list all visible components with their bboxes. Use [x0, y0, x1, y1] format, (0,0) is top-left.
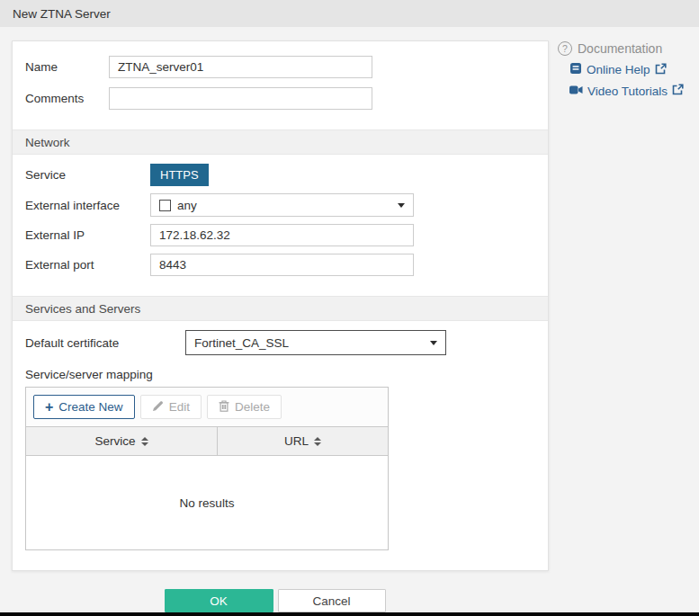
column-header-url[interactable]: URL: [218, 427, 388, 455]
external-ip-input[interactable]: [150, 224, 414, 246]
mapping-table-empty-state: No results: [26, 456, 388, 549]
footer-actions: OK Cancel: [0, 589, 550, 612]
edit-label: Edit: [169, 400, 190, 414]
comments-row: Comments: [13, 87, 548, 110]
form-panel: Name Comments Network Service HTTPS Exte…: [12, 40, 549, 571]
video-tutorials-label: Video Tutorials: [587, 85, 668, 98]
external-ip-label: External IP: [25, 228, 150, 242]
pencil-icon: [152, 400, 164, 415]
mapping-table-toolbar: + Create New Edit Delete: [26, 388, 388, 426]
service-column-label: Service: [94, 434, 135, 448]
new-ztna-server-page: New ZTNA Server Name Comments Network Se…: [0, 0, 699, 616]
comments-input[interactable]: [109, 87, 372, 110]
default-certificate-value: Fortinet_CA_SSL: [194, 336, 289, 350]
name-row: Name: [13, 56, 548, 78]
external-port-label: External port: [25, 258, 150, 272]
cancel-button[interactable]: Cancel: [278, 589, 386, 612]
external-ip-row: External IP: [13, 224, 548, 246]
trash-icon: [219, 400, 229, 415]
external-port-row: External port: [13, 254, 548, 276]
external-interface-value: any: [177, 199, 197, 212]
no-results-text: No results: [180, 496, 235, 510]
online-help-label: Online Help: [587, 63, 650, 76]
column-header-service[interactable]: Service: [26, 427, 218, 455]
default-certificate-label: Default certificate: [25, 336, 185, 350]
documentation-title: Documentation: [578, 41, 662, 56]
network-section-header: Network: [13, 129, 548, 155]
documentation-panel: ? Documentation Online Help Video Tutori…: [558, 41, 684, 98]
external-interface-dropdown[interactable]: any: [150, 193, 414, 217]
network-section-title: Network: [25, 136, 70, 149]
delete-button[interactable]: Delete: [207, 395, 282, 419]
default-certificate-row: Default certificate Fortinet_CA_SSL: [13, 330, 548, 355]
chevron-down-icon: [398, 203, 405, 208]
delete-label: Delete: [235, 400, 270, 414]
ok-button[interactable]: OK: [165, 589, 273, 612]
video-camera-icon: [569, 85, 583, 98]
book-icon: [569, 62, 582, 77]
services-servers-section-header: Services and Servers: [13, 296, 548, 321]
sort-icon: [141, 437, 148, 446]
external-interface-row: External interface any: [13, 193, 548, 217]
plus-icon: +: [45, 400, 53, 415]
edit-button[interactable]: Edit: [140, 395, 202, 419]
url-column-label: URL: [284, 434, 309, 448]
external-port-input[interactable]: [150, 254, 414, 276]
video-tutorials-link[interactable]: Video Tutorials: [569, 84, 684, 98]
create-new-button[interactable]: + Create New: [33, 395, 135, 419]
service-server-mapping-table: + Create New Edit Delete: [25, 387, 389, 550]
page-title-bar: New ZTNA Server: [0, 0, 699, 27]
name-input[interactable]: [109, 56, 372, 78]
service-server-mapping-label: Service/server mapping: [25, 368, 548, 381]
default-certificate-dropdown[interactable]: Fortinet_CA_SSL: [185, 330, 446, 355]
external-link-icon: [672, 84, 684, 98]
interface-any-icon: [159, 200, 171, 211]
bottom-edge-strip: [0, 612, 699, 616]
service-row: Service HTTPS: [13, 164, 548, 186]
service-label: Service: [25, 168, 150, 182]
sort-icon: [314, 437, 321, 446]
documentation-heading: ? Documentation: [558, 41, 684, 56]
create-new-label: Create New: [58, 400, 122, 414]
online-help-link[interactable]: Online Help: [569, 62, 684, 77]
page-title: New ZTNA Server: [13, 7, 111, 21]
name-label: Name: [25, 60, 109, 74]
question-circle-icon: ?: [558, 41, 572, 56]
external-interface-label: External interface: [25, 199, 150, 212]
services-servers-section-title: Services and Servers: [25, 302, 140, 316]
external-link-icon: [655, 63, 667, 77]
chevron-down-icon: [430, 341, 437, 345]
mapping-table-header-row: Service URL: [26, 426, 388, 456]
comments-label: Comments: [25, 92, 109, 105]
service-https-badge[interactable]: HTTPS: [150, 164, 209, 186]
